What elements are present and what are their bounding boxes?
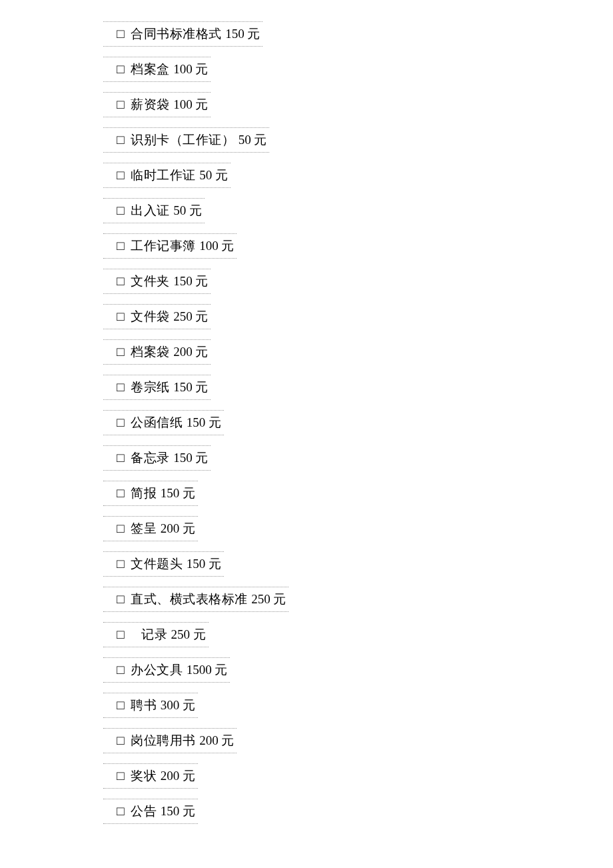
currency-unit: 元 <box>219 732 235 749</box>
checkbox-icon[interactable]: □ <box>117 734 124 747</box>
item-label: 档案袋 <box>131 343 173 361</box>
checkbox-icon[interactable]: □ <box>117 593 124 605</box>
item-label: 办公文具 <box>131 661 186 679</box>
item-value: 150 <box>173 451 193 465</box>
checkbox-icon[interactable]: □ <box>117 805 124 817</box>
list-item: □岗位聘用书 200 元 <box>0 723 613 758</box>
checkbox-icon[interactable]: □ <box>117 769 124 782</box>
item-value: 150 <box>161 804 180 819</box>
currency-unit: 元 <box>212 167 228 184</box>
currency-unit: 元 <box>190 626 206 643</box>
checkbox-icon[interactable]: □ <box>117 451 124 464</box>
item-label: 岗位聘用书 <box>131 732 199 749</box>
item-value: 200 <box>161 521 180 536</box>
item-value: 100 <box>173 62 193 77</box>
checkbox-icon[interactable]: □ <box>117 27 124 40</box>
checkbox-icon[interactable]: □ <box>117 663 124 676</box>
checkbox-icon[interactable]: □ <box>117 169 124 181</box>
currency-unit: 元 <box>245 25 261 43</box>
checkbox-icon[interactable]: □ <box>117 345 124 358</box>
checkbox-icon[interactable]: □ <box>117 416 124 429</box>
item-label: 奖状 <box>131 767 160 785</box>
item-value: 1500 <box>187 663 212 677</box>
list-item: □聘书 300 元 <box>0 687 613 723</box>
item-label: 薪资袋 <box>131 96 173 113</box>
list-item: □临时工作证 50 元 <box>0 157 613 193</box>
item-label: 识别卡（工作证） <box>131 131 238 149</box>
currency-unit: 元 <box>212 661 228 679</box>
item-label: 档案盒 <box>131 61 173 78</box>
checkbox-icon[interactable]: □ <box>117 275 124 287</box>
item-label: 文件夹 <box>131 273 173 290</box>
currency-unit: 元 <box>193 273 209 290</box>
item-value: 150 <box>187 415 206 430</box>
item-value: 50 <box>239 133 251 147</box>
item-value: 200 <box>161 769 180 783</box>
list-item: □办公文具 1500 元 <box>0 652 613 687</box>
item-value: 150 <box>173 274 193 289</box>
list-item: □薪资袋 100 元 <box>0 87 613 122</box>
checkbox-icon[interactable]: □ <box>117 133 124 146</box>
currency-unit: 元 <box>219 237 235 255</box>
item-label: 备忘录 <box>131 449 173 467</box>
checkbox-icon[interactable]: □ <box>117 522 124 535</box>
item-label: 文件袋 <box>131 308 173 325</box>
list-item: □档案盒 100 元 <box>0 51 613 87</box>
checkbox-icon[interactable]: □ <box>117 98 124 111</box>
item-value: 150 <box>187 557 206 571</box>
checkbox-icon[interactable]: □ <box>117 63 124 75</box>
item-value: 150 <box>161 486 180 501</box>
item-label: 直式、横式表格标准 <box>131 591 251 608</box>
checkbox-icon[interactable]: □ <box>117 628 124 641</box>
currency-unit: 元 <box>193 96 209 113</box>
item-value: 100 <box>199 239 219 253</box>
checkbox-icon[interactable]: □ <box>117 310 124 323</box>
list-item: □合同书标准格式 150 元 <box>0 16 613 51</box>
expense-item-list: □合同书标准格式 150 元□档案盒 100 元□薪资袋 100 元□识别卡（工… <box>0 16 613 829</box>
currency-unit: 元 <box>251 131 267 149</box>
currency-unit: 元 <box>193 379 209 396</box>
list-item: □档案袋 200 元 <box>0 334 613 369</box>
checkbox-icon[interactable]: □ <box>117 239 124 252</box>
checkbox-icon[interactable]: □ <box>117 557 124 570</box>
currency-unit: 元 <box>271 591 287 608</box>
currency-unit: 元 <box>179 520 195 537</box>
currency-unit: 元 <box>186 202 202 219</box>
currency-unit: 元 <box>205 555 221 573</box>
list-item: □识别卡（工作证） 50 元 <box>0 122 613 157</box>
list-item: □文件夹 150 元 <box>0 263 613 299</box>
currency-unit: 元 <box>193 449 209 467</box>
checkbox-icon[interactable]: □ <box>117 487 124 499</box>
item-value: 50 <box>199 168 212 183</box>
item-value: 250 <box>251 592 271 607</box>
item-value: 200 <box>199 733 219 748</box>
checkbox-icon[interactable]: □ <box>117 381 124 393</box>
item-value: 150 <box>173 380 193 395</box>
list-item: □文件袋 250 元 <box>0 299 613 334</box>
list-item: □工作记事簿 100 元 <box>0 228 613 263</box>
item-label: 文件题头 <box>131 555 186 573</box>
item-value: 100 <box>173 97 193 112</box>
currency-unit: 元 <box>193 308 209 325</box>
list-item: □简报 150 元 <box>0 475 613 511</box>
item-value: 300 <box>161 698 180 713</box>
list-item: □文件题头 150 元 <box>0 546 613 581</box>
list-item: □ 记录 250 元 <box>0 617 613 652</box>
item-value: 250 <box>171 627 190 642</box>
item-value: 150 <box>225 27 245 41</box>
list-item: □公告 150 元 <box>0 793 613 829</box>
list-item: □公函信纸 150 元 <box>0 405 613 440</box>
checkbox-icon[interactable]: □ <box>117 699 124 711</box>
list-item: □奖状 200 元 <box>0 758 613 793</box>
item-label: 聘书 <box>131 697 160 714</box>
currency-unit: 元 <box>179 803 195 820</box>
item-label: 合同书标准格式 <box>131 25 225 43</box>
item-value: 250 <box>173 309 193 324</box>
checkbox-icon[interactable]: □ <box>117 204 124 217</box>
item-label: 简报 <box>131 485 160 502</box>
currency-unit: 元 <box>193 61 209 78</box>
item-value: 50 <box>173 203 186 218</box>
currency-unit: 元 <box>205 414 221 431</box>
item-label: 签呈 <box>131 520 160 537</box>
list-item: □签呈 200 元 <box>0 511 613 546</box>
